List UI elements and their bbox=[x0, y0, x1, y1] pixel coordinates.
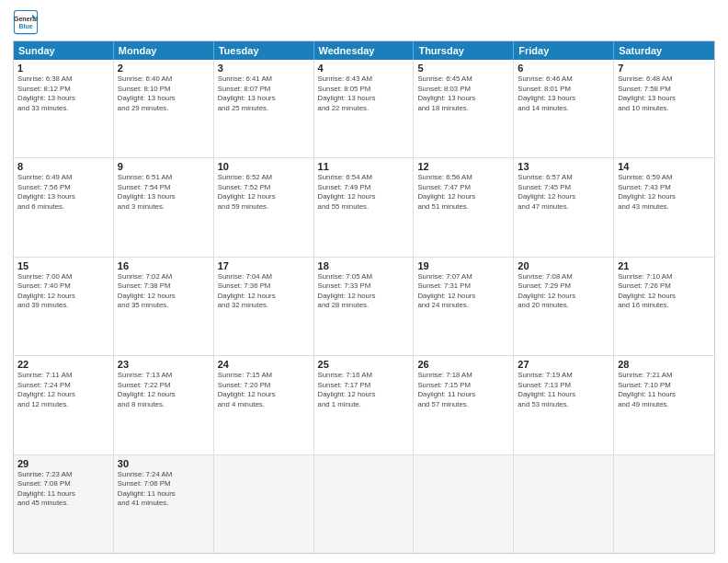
day-info: Sunrise: 6:48 AM Sunset: 7:58 PM Dayligh… bbox=[618, 75, 711, 113]
day-info: Sunrise: 7:02 AM Sunset: 7:38 PM Dayligh… bbox=[118, 272, 210, 311]
day-22: 22Sunrise: 7:11 AM Sunset: 7:24 PM Dayli… bbox=[14, 356, 114, 454]
day-number: 13 bbox=[518, 161, 609, 172]
logo: General Blue bbox=[13, 9, 39, 35]
day-number: 30 bbox=[118, 458, 210, 469]
empty-cell bbox=[614, 455, 714, 553]
day-11: 11Sunrise: 6:54 AM Sunset: 7:49 PM Dayli… bbox=[314, 158, 415, 256]
cal-row-5: 29Sunrise: 7:23 AM Sunset: 7:08 PM Dayli… bbox=[14, 454, 714, 553]
day-info: Sunrise: 7:15 AM Sunset: 7:20 PM Dayligh… bbox=[218, 371, 310, 409]
day-number: 5 bbox=[417, 63, 509, 74]
day-6: 6Sunrise: 6:46 AM Sunset: 8:01 PM Daylig… bbox=[514, 60, 614, 157]
day-number: 7 bbox=[618, 63, 711, 74]
day-number: 24 bbox=[218, 359, 310, 370]
day-8: 8Sunrise: 6:49 AM Sunset: 7:56 PM Daylig… bbox=[14, 158, 114, 256]
cal-row-3: 15Sunrise: 7:00 AM Sunset: 7:40 PM Dayli… bbox=[14, 257, 714, 355]
calendar-page: General Blue SundayMondayTuesdayWednesda… bbox=[0, 0, 728, 563]
day-26: 26Sunrise: 7:18 AM Sunset: 7:15 PM Dayli… bbox=[414, 356, 514, 454]
calendar-header: SundayMondayTuesdayWednesdayThursdayFrid… bbox=[14, 41, 714, 60]
cal-row-2: 8Sunrise: 6:49 AM Sunset: 7:56 PM Daylig… bbox=[14, 157, 714, 256]
day-15: 15Sunrise: 7:00 AM Sunset: 7:40 PM Dayli… bbox=[14, 258, 114, 355]
day-3: 3Sunrise: 6:41 AM Sunset: 8:07 PM Daylig… bbox=[214, 60, 314, 157]
svg-rect-0 bbox=[14, 10, 37, 33]
day-info: Sunrise: 7:16 AM Sunset: 7:17 PM Dayligh… bbox=[318, 371, 410, 409]
day-24: 24Sunrise: 7:15 AM Sunset: 7:20 PM Dayli… bbox=[214, 356, 314, 454]
day-number: 14 bbox=[618, 161, 711, 172]
day-info: Sunrise: 6:49 AM Sunset: 7:56 PM Dayligh… bbox=[17, 173, 109, 212]
day-21: 21Sunrise: 7:10 AM Sunset: 7:26 PM Dayli… bbox=[614, 258, 714, 355]
col-header-saturday: Saturday bbox=[614, 41, 714, 60]
day-info: Sunrise: 6:41 AM Sunset: 8:07 PM Dayligh… bbox=[218, 75, 310, 113]
day-info: Sunrise: 6:40 AM Sunset: 8:10 PM Dayligh… bbox=[118, 75, 210, 113]
day-info: Sunrise: 7:18 AM Sunset: 7:15 PM Dayligh… bbox=[417, 371, 509, 409]
day-28: 28Sunrise: 7:21 AM Sunset: 7:10 PM Dayli… bbox=[614, 356, 714, 454]
day-23: 23Sunrise: 7:13 AM Sunset: 7:22 PM Dayli… bbox=[114, 356, 214, 454]
col-header-monday: Monday bbox=[114, 41, 214, 60]
logo-icon: General Blue bbox=[13, 9, 39, 35]
cal-row-1: 1Sunrise: 6:38 AM Sunset: 8:12 PM Daylig… bbox=[14, 60, 714, 157]
day-number: 10 bbox=[218, 161, 310, 172]
day-number: 6 bbox=[518, 63, 609, 74]
day-info: Sunrise: 7:23 AM Sunset: 7:08 PM Dayligh… bbox=[17, 470, 109, 509]
day-number: 19 bbox=[417, 260, 509, 271]
col-header-friday: Friday bbox=[514, 41, 614, 60]
day-info: Sunrise: 7:11 AM Sunset: 7:24 PM Dayligh… bbox=[17, 371, 109, 409]
day-number: 28 bbox=[618, 359, 711, 370]
day-number: 25 bbox=[318, 359, 410, 370]
cal-row-4: 22Sunrise: 7:11 AM Sunset: 7:24 PM Dayli… bbox=[14, 355, 714, 454]
day-info: Sunrise: 7:19 AM Sunset: 7:13 PM Dayligh… bbox=[518, 371, 609, 409]
col-header-wednesday: Wednesday bbox=[314, 41, 415, 60]
day-number: 26 bbox=[417, 359, 509, 370]
day-info: Sunrise: 7:24 AM Sunset: 7:06 PM Dayligh… bbox=[118, 470, 210, 509]
day-info: Sunrise: 6:54 AM Sunset: 7:49 PM Dayligh… bbox=[318, 173, 410, 212]
svg-text:General: General bbox=[14, 16, 38, 22]
day-number: 27 bbox=[518, 359, 609, 370]
day-number: 22 bbox=[17, 359, 109, 370]
day-number: 2 bbox=[118, 63, 210, 74]
day-number: 3 bbox=[218, 63, 310, 74]
day-number: 23 bbox=[118, 359, 210, 370]
day-info: Sunrise: 6:43 AM Sunset: 8:05 PM Dayligh… bbox=[318, 75, 410, 113]
day-16: 16Sunrise: 7:02 AM Sunset: 7:38 PM Dayli… bbox=[114, 258, 214, 355]
empty-cell bbox=[314, 455, 415, 553]
day-info: Sunrise: 6:51 AM Sunset: 7:54 PM Dayligh… bbox=[118, 173, 210, 212]
day-number: 11 bbox=[318, 161, 410, 172]
day-info: Sunrise: 6:38 AM Sunset: 8:12 PM Dayligh… bbox=[17, 75, 109, 113]
day-10: 10Sunrise: 6:52 AM Sunset: 7:52 PM Dayli… bbox=[214, 158, 314, 256]
day-number: 12 bbox=[417, 161, 509, 172]
calendar: SundayMondayTuesdayWednesdayThursdayFrid… bbox=[13, 40, 715, 554]
day-2: 2Sunrise: 6:40 AM Sunset: 8:10 PM Daylig… bbox=[114, 60, 214, 157]
day-number: 4 bbox=[318, 63, 410, 74]
svg-text:Blue: Blue bbox=[18, 23, 32, 29]
day-info: Sunrise: 7:08 AM Sunset: 7:29 PM Dayligh… bbox=[518, 272, 609, 311]
day-number: 1 bbox=[17, 63, 109, 74]
day-27: 27Sunrise: 7:19 AM Sunset: 7:13 PM Dayli… bbox=[514, 356, 614, 454]
day-20: 20Sunrise: 7:08 AM Sunset: 7:29 PM Dayli… bbox=[514, 258, 614, 355]
empty-cell bbox=[214, 455, 314, 553]
empty-cell bbox=[414, 455, 514, 553]
day-number: 18 bbox=[318, 260, 410, 271]
day-info: Sunrise: 7:07 AM Sunset: 7:31 PM Dayligh… bbox=[417, 272, 509, 311]
day-17: 17Sunrise: 7:04 AM Sunset: 7:36 PM Dayli… bbox=[214, 258, 314, 355]
day-30: 30Sunrise: 7:24 AM Sunset: 7:06 PM Dayli… bbox=[114, 455, 214, 553]
day-info: Sunrise: 6:46 AM Sunset: 8:01 PM Dayligh… bbox=[518, 75, 609, 113]
day-5: 5Sunrise: 6:45 AM Sunset: 8:03 PM Daylig… bbox=[414, 60, 514, 157]
col-header-tuesday: Tuesday bbox=[214, 41, 314, 60]
day-info: Sunrise: 7:05 AM Sunset: 7:33 PM Dayligh… bbox=[318, 272, 410, 311]
page-header: General Blue bbox=[13, 9, 715, 35]
day-19: 19Sunrise: 7:07 AM Sunset: 7:31 PM Dayli… bbox=[414, 258, 514, 355]
empty-cell bbox=[514, 455, 614, 553]
day-25: 25Sunrise: 7:16 AM Sunset: 7:17 PM Dayli… bbox=[314, 356, 415, 454]
day-18: 18Sunrise: 7:05 AM Sunset: 7:33 PM Dayli… bbox=[314, 258, 415, 355]
day-info: Sunrise: 7:00 AM Sunset: 7:40 PM Dayligh… bbox=[17, 272, 109, 311]
day-14: 14Sunrise: 6:59 AM Sunset: 7:43 PM Dayli… bbox=[614, 158, 714, 256]
day-info: Sunrise: 7:13 AM Sunset: 7:22 PM Dayligh… bbox=[118, 371, 210, 409]
day-info: Sunrise: 6:56 AM Sunset: 7:47 PM Dayligh… bbox=[417, 173, 509, 212]
day-12: 12Sunrise: 6:56 AM Sunset: 7:47 PM Dayli… bbox=[414, 158, 514, 256]
day-number: 21 bbox=[618, 260, 711, 271]
day-number: 8 bbox=[17, 161, 109, 172]
day-number: 9 bbox=[118, 161, 210, 172]
day-number: 17 bbox=[218, 260, 310, 271]
day-number: 29 bbox=[17, 458, 109, 469]
day-info: Sunrise: 7:10 AM Sunset: 7:26 PM Dayligh… bbox=[618, 272, 711, 311]
day-info: Sunrise: 7:04 AM Sunset: 7:36 PM Dayligh… bbox=[218, 272, 310, 311]
